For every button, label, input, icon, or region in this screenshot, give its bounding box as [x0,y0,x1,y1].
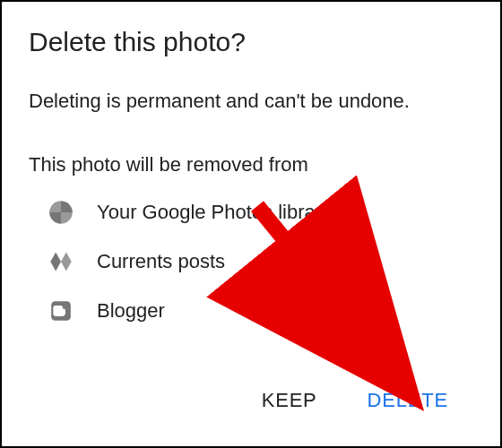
dialog-title: Delete this photo? [29,27,473,57]
list-item: Blogger [29,296,473,325]
dialog-actions: KEEP DELETE [29,362,473,446]
keep-button[interactable]: KEEP [255,383,325,418]
service-label: Your Google Photos library [97,197,332,227]
service-label: Currents posts [97,246,225,276]
delete-confirmation-dialog: Delete this photo? Deleting is permanent… [2,2,500,446]
warning-text: Deleting is permanent and can't be undon… [29,86,473,116]
google-photos-icon [47,198,75,227]
service-label: Blogger [97,296,165,325]
removed-from-text: This photo will be removed from [29,150,473,179]
dialog-body: Deleting is permanent and can't be undon… [29,86,473,345]
currents-icon [47,247,75,276]
blogger-icon [47,297,75,325]
list-item: Currents posts [29,246,473,276]
delete-button[interactable]: DELETE [360,383,455,418]
list-item: Your Google Photos library [29,197,473,227]
service-list: Your Google Photos library Currents post… [29,197,473,325]
